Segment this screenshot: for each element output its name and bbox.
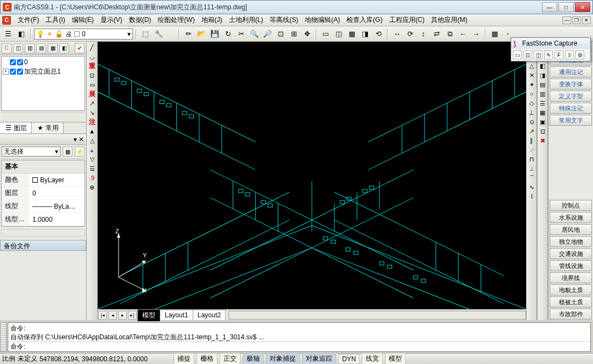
- panel-icon[interactable]: ◫: [13, 43, 23, 53]
- tab-model[interactable]: 模型: [137, 309, 160, 321]
- cat-btn[interactable]: 境界线: [550, 272, 592, 283]
- fs-capture-freehand-icon[interactable]: ✎: [544, 51, 553, 59]
- tool-icon[interactable]: ▭: [88, 80, 97, 89]
- drawing-canvas[interactable]: Z Y X: [98, 42, 526, 309]
- cat-btn[interactable]: 控制点: [550, 200, 592, 211]
- tool-icon[interactable]: ◨: [359, 28, 371, 40]
- tool-icon[interactable]: ↗: [88, 99, 97, 108]
- menu-landuse[interactable]: 土地利用(L): [226, 14, 267, 26]
- snap-icon[interactable]: △: [527, 61, 536, 70]
- snap-icon[interactable]: ↗: [527, 127, 536, 136]
- selection-combo[interactable]: 无选择▾: [2, 147, 60, 156]
- doc-minimize-button[interactable]: —: [562, 16, 571, 24]
- menu-view[interactable]: 显示(V): [97, 14, 126, 26]
- cat-btn[interactable]: 居民地: [550, 224, 592, 235]
- snap-icon[interactable]: ∥: [527, 136, 536, 145]
- fs-settings-icon[interactable]: ⚙: [575, 51, 584, 59]
- redo-label-icon[interactable]: 重: [88, 61, 97, 70]
- panel-icon[interactable]: ◧: [59, 43, 69, 53]
- tree-checkbox[interactable]: [17, 69, 23, 75]
- annot-btn[interactable]: 定义字型: [550, 91, 592, 102]
- tool-icon[interactable]: ▭: [320, 28, 332, 40]
- check-icon[interactable]: ✔: [75, 43, 85, 53]
- tree-checkbox[interactable]: [10, 59, 16, 65]
- tab-layout1[interactable]: Layout1: [160, 310, 193, 320]
- toggle-polar[interactable]: 极轴: [243, 353, 264, 364]
- panel-icon[interactable]: C: [2, 43, 12, 53]
- tool-icon[interactable]: .9: [88, 173, 97, 182]
- snap-icon[interactable]: ✕: [527, 71, 536, 80]
- snap-icon[interactable]: ⟂: [527, 164, 536, 173]
- annot-icon[interactable]: ◨: [538, 71, 547, 80]
- toggle-lweight[interactable]: 线宽: [362, 353, 383, 364]
- layer-tree[interactable]: 0 + 加完立面总1: [1, 56, 85, 111]
- tool-icon[interactable]: ▦: [346, 28, 358, 40]
- cut-icon[interactable]: ✂: [235, 28, 247, 40]
- doc-close-button[interactable]: ✕: [582, 16, 591, 24]
- tree-row[interactable]: 0: [3, 58, 83, 66]
- panel-icon[interactable]: ▦: [48, 43, 58, 53]
- zoom-extents-icon[interactable]: ⊞: [288, 28, 300, 40]
- snap-icon[interactable]: ○: [527, 89, 536, 98]
- annot-icon[interactable]: ◧: [538, 61, 547, 70]
- fs-capture-screen-icon[interactable]: ⊡: [523, 51, 532, 59]
- doc-restore-button[interactable]: ❐: [572, 16, 581, 24]
- faststone-titlebar[interactable]: ⟆ FastStone Capture: [511, 38, 590, 49]
- annot-icon[interactable]: ☰: [538, 99, 547, 108]
- snap-icon[interactable]: ⌒: [527, 173, 536, 182]
- menu-engineer[interactable]: 工程应用(C): [386, 14, 428, 26]
- cat-btn[interactable]: 交通设施: [550, 248, 592, 259]
- tab-layout2[interactable]: Layout2: [193, 310, 226, 320]
- tree-checkbox[interactable]: [10, 69, 16, 75]
- tool-icon[interactable]: ↘: [88, 108, 97, 117]
- cmd-gripper[interactable]: [0, 322, 7, 352]
- snap-icon[interactable]: ✦: [527, 80, 536, 89]
- cat-btn[interactable]: 管线设施: [550, 260, 592, 271]
- toggle-dyn[interactable]: DYN: [338, 354, 360, 364]
- annot-icon[interactable]: ▣: [538, 117, 547, 126]
- canvas-hscroll[interactable]: [228, 311, 526, 320]
- annot-btn[interactable]: 常用文字: [550, 115, 592, 126]
- menu-draw[interactable]: 绘图处理(W): [154, 14, 198, 26]
- cat-btn[interactable]: 独立地物: [550, 236, 592, 247]
- toggle-ortho[interactable]: 正交: [220, 353, 240, 364]
- tab-last-icon[interactable]: ▸|: [128, 311, 137, 320]
- tool-icon[interactable]: ⟁: [88, 145, 97, 154]
- annot-btn[interactable]: 特殊注记: [550, 103, 592, 114]
- faststone-window[interactable]: ⟆ FastStone Capture ▭ ⊡ ◫ ✎ F ⇳ ⚙: [511, 37, 591, 61]
- snap-icon[interactable]: ⊙: [527, 117, 536, 126]
- zoom-out-icon[interactable]: 🔎: [261, 28, 273, 40]
- tab-first-icon[interactable]: |◂: [98, 311, 107, 320]
- snap-icon[interactable]: ⌇: [527, 192, 536, 201]
- back-icon[interactable]: ←: [457, 28, 469, 40]
- maximize-button[interactable]: □: [558, 2, 574, 12]
- refresh-icon[interactable]: ↻: [222, 28, 234, 40]
- forward-icon[interactable]: →: [470, 28, 482, 40]
- menu-objedit[interactable]: 地物编辑(A): [301, 14, 343, 26]
- close-icon[interactable]: ✖: [538, 136, 547, 145]
- expand-icon[interactable]: +: [3, 69, 9, 75]
- cat-btn[interactable]: 植被土质: [550, 296, 592, 307]
- tool-icon[interactable]: ◡: [88, 52, 97, 61]
- tool-icon[interactable]: ▲: [88, 127, 97, 136]
- tab-prev-icon[interactable]: ◂: [108, 311, 117, 320]
- tool-icon[interactable]: ⟲: [372, 28, 384, 40]
- stretch-icon[interactable]: ↕: [417, 28, 429, 40]
- grid-icon[interactable]: ▦: [489, 28, 501, 40]
- fs-capture-scroll-icon[interactable]: ⇳: [565, 51, 574, 59]
- panel-menu-icon[interactable]: ▾ ✕: [74, 136, 84, 143]
- tree-hscroll[interactable]: [1, 112, 85, 121]
- annot-icon[interactable]: ▤: [538, 80, 547, 89]
- zoom-window-icon[interactable]: ⊡: [275, 28, 287, 40]
- menu-other[interactable]: 其他应用(M): [428, 14, 471, 26]
- menu-tools[interactable]: 工具(I): [42, 14, 68, 26]
- layer-props-icon[interactable]: ◧: [15, 28, 27, 40]
- move-icon[interactable]: ↔: [391, 28, 403, 40]
- copy-icon[interactable]: ⧉: [444, 28, 456, 40]
- menu-edit[interactable]: 编辑(E): [69, 14, 97, 26]
- tree-row[interactable]: + 加完立面总1: [3, 66, 83, 77]
- toggle-snap[interactable]: 捕捉: [174, 353, 194, 364]
- command-input[interactable]: [27, 343, 588, 351]
- panel-icon[interactable]: ▥: [25, 43, 35, 53]
- note-label-icon[interactable]: 注: [88, 117, 97, 126]
